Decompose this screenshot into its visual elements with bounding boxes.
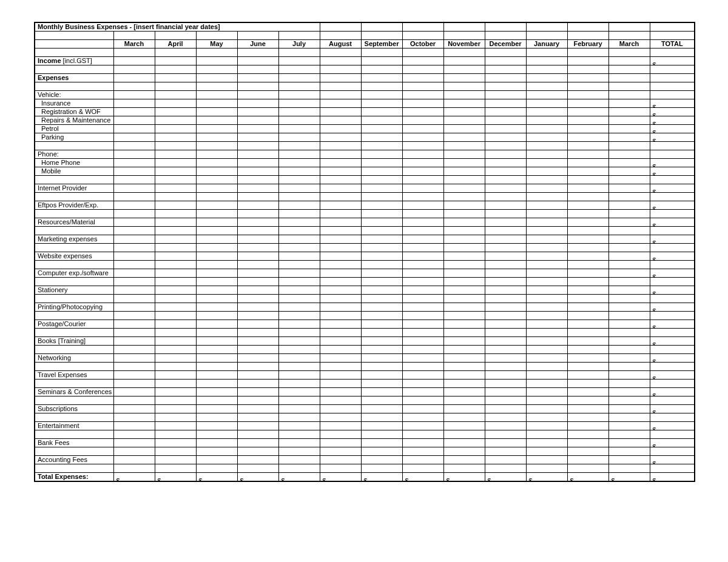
- expense-cell[interactable]: [608, 167, 650, 176]
- expense-cell[interactable]: [526, 159, 567, 167]
- expense-cell[interactable]: [155, 235, 196, 244]
- expense-cell[interactable]: [443, 167, 485, 176]
- expense-cell[interactable]: [237, 218, 278, 227]
- income-cell[interactable]: [485, 57, 526, 65]
- expense-cell[interactable]: [443, 133, 485, 142]
- expense-cell[interactable]: [320, 108, 361, 116]
- expense-cell[interactable]: [526, 167, 567, 176]
- expense-cell[interactable]: [113, 108, 155, 116]
- expense-cell[interactable]: [526, 337, 567, 346]
- expense-cell[interactable]: [237, 167, 278, 176]
- expense-cell[interactable]: [196, 269, 237, 278]
- expense-cell[interactable]: [608, 388, 650, 396]
- expense-cell[interactable]: [526, 235, 567, 244]
- expense-cell[interactable]: [155, 99, 196, 108]
- expense-cell[interactable]: [402, 286, 443, 295]
- expense-cell[interactable]: [320, 133, 361, 142]
- expense-cell[interactable]: [361, 125, 402, 133]
- expense-cell[interactable]: [320, 125, 361, 133]
- expense-cell[interactable]: [237, 201, 278, 210]
- expense-cell[interactable]: [402, 201, 443, 210]
- expense-cell[interactable]: [196, 167, 237, 176]
- income-cell[interactable]: [278, 57, 320, 65]
- expense-cell[interactable]: [485, 108, 526, 116]
- expense-cell[interactable]: [113, 201, 155, 210]
- expense-cell[interactable]: [113, 116, 155, 125]
- expense-cell[interactable]: [567, 354, 608, 363]
- expense-cell[interactable]: [608, 218, 650, 227]
- income-cell[interactable]: [567, 57, 608, 65]
- expense-cell[interactable]: [320, 337, 361, 346]
- expense-cell[interactable]: [402, 405, 443, 413]
- expense-cell[interactable]: [526, 320, 567, 329]
- expense-cell[interactable]: [361, 388, 402, 396]
- expense-cell[interactable]: [113, 133, 155, 142]
- expense-cell[interactable]: [196, 108, 237, 116]
- expense-cell[interactable]: [485, 116, 526, 125]
- expense-cell[interactable]: [526, 371, 567, 380]
- expense-cell[interactable]: [361, 439, 402, 447]
- expense-cell[interactable]: [608, 303, 650, 312]
- expense-cell[interactable]: [402, 99, 443, 108]
- expense-cell[interactable]: [608, 201, 650, 210]
- expense-cell[interactable]: [237, 456, 278, 464]
- expense-cell[interactable]: [402, 371, 443, 380]
- expense-cell[interactable]: [567, 286, 608, 295]
- expense-cell[interactable]: [485, 252, 526, 261]
- expense-cell[interactable]: [567, 371, 608, 380]
- expense-cell[interactable]: [113, 422, 155, 430]
- expense-cell[interactable]: [402, 125, 443, 133]
- expense-cell[interactable]: [113, 167, 155, 176]
- expense-cell[interactable]: [237, 405, 278, 413]
- expense-cell[interactable]: [361, 252, 402, 261]
- expense-cell[interactable]: [485, 201, 526, 210]
- expense-cell[interactable]: [402, 159, 443, 167]
- expense-cell[interactable]: [278, 201, 320, 210]
- expense-cell[interactable]: [320, 439, 361, 447]
- expense-cell[interactable]: [567, 159, 608, 167]
- expense-cell[interactable]: [567, 125, 608, 133]
- income-cell[interactable]: [320, 57, 361, 65]
- expense-cell[interactable]: [608, 116, 650, 125]
- expense-cell[interactable]: [361, 218, 402, 227]
- expense-cell[interactable]: [608, 456, 650, 464]
- expense-cell[interactable]: [155, 388, 196, 396]
- expense-cell[interactable]: [567, 405, 608, 413]
- expense-cell[interactable]: [278, 108, 320, 116]
- income-cell[interactable]: [526, 57, 567, 65]
- expense-cell[interactable]: [402, 133, 443, 142]
- expense-cell[interactable]: [443, 218, 485, 227]
- expense-cell[interactable]: [237, 422, 278, 430]
- expense-cell[interactable]: [155, 422, 196, 430]
- expense-cell[interactable]: [443, 286, 485, 295]
- expense-cell[interactable]: [485, 320, 526, 329]
- expense-cell[interactable]: [443, 303, 485, 312]
- expense-cell[interactable]: [443, 337, 485, 346]
- expense-cell[interactable]: [278, 422, 320, 430]
- expense-cell[interactable]: [567, 184, 608, 193]
- expense-cell[interactable]: [237, 235, 278, 244]
- expense-cell[interactable]: [402, 439, 443, 447]
- expense-cell[interactable]: [278, 133, 320, 142]
- expense-cell[interactable]: [361, 159, 402, 167]
- expense-cell[interactable]: [320, 320, 361, 329]
- expense-cell[interactable]: [155, 371, 196, 380]
- expense-cell[interactable]: [485, 371, 526, 380]
- expense-cell[interactable]: [113, 218, 155, 227]
- expense-cell[interactable]: [196, 422, 237, 430]
- expense-cell[interactable]: [361, 167, 402, 176]
- expense-cell[interactable]: [278, 269, 320, 278]
- expense-cell[interactable]: [361, 108, 402, 116]
- expense-cell[interactable]: [443, 388, 485, 396]
- expense-cell[interactable]: [443, 184, 485, 193]
- expense-cell[interactable]: [320, 371, 361, 380]
- expense-cell[interactable]: [443, 116, 485, 125]
- expense-cell[interactable]: [485, 439, 526, 447]
- expense-cell[interactable]: [320, 201, 361, 210]
- expense-cell[interactable]: [278, 456, 320, 464]
- expense-cell[interactable]: [320, 422, 361, 430]
- expense-cell[interactable]: [567, 422, 608, 430]
- expense-cell[interactable]: [402, 303, 443, 312]
- expense-cell[interactable]: [567, 218, 608, 227]
- expense-cell[interactable]: [237, 320, 278, 329]
